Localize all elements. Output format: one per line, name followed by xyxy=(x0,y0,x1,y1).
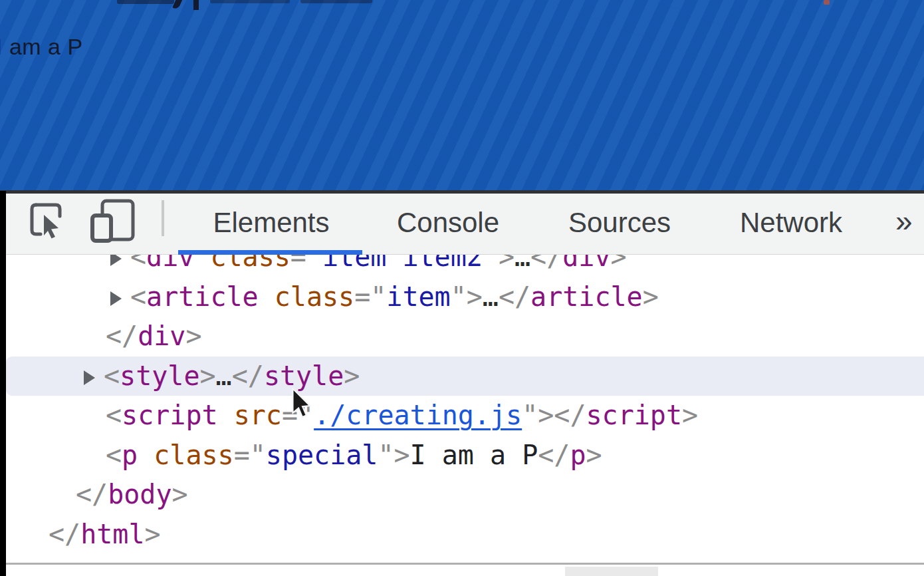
code-token: < xyxy=(130,255,146,272)
code-token: =" xyxy=(354,281,386,312)
code-token: =" xyxy=(290,255,322,272)
dom-tree-row[interactable]: <p class="special">I am a P</p> xyxy=(6,436,924,476)
disclosure-triangle-icon[interactable] xyxy=(110,291,122,306)
code-token: src xyxy=(218,400,282,430)
code-token: div xyxy=(138,321,185,351)
code-token: < xyxy=(104,360,120,391)
dom-tree-row[interactable]: </body> xyxy=(6,475,924,515)
code-token: </ xyxy=(232,360,264,391)
browser-page-view: I am a P xyxy=(0,0,924,191)
code-token: > xyxy=(586,440,602,470)
code-token: </ xyxy=(530,255,562,272)
toolbar-divider xyxy=(162,200,164,236)
code-token: article xyxy=(146,281,259,312)
scrollbar-thumb[interactable] xyxy=(565,567,658,576)
code-token: =" xyxy=(282,400,314,430)
tab-console[interactable]: Console xyxy=(397,207,499,239)
code-token: style xyxy=(120,360,199,391)
code-token: div xyxy=(146,255,194,272)
code-token: special xyxy=(266,440,378,470)
code-token: > xyxy=(344,360,360,391)
page-paragraph-text: I am a P xyxy=(0,33,83,60)
code-token: article xyxy=(530,281,643,312)
dom-tree-row[interactable]: </div> xyxy=(6,317,924,357)
code-token: … xyxy=(216,360,232,391)
code-token: > xyxy=(185,321,201,351)
clipped-text-fragment xyxy=(210,0,290,3)
tab-sources[interactable]: Sources xyxy=(568,207,671,239)
clipped-text-fragment xyxy=(117,0,174,4)
code-token: </ xyxy=(49,519,80,549)
code-token: p xyxy=(122,440,138,470)
code-token: item xyxy=(386,281,450,312)
clipped-text-fragment xyxy=(824,0,830,5)
devtools-bottom-bar xyxy=(6,563,924,576)
disclosure-triangle-icon[interactable] xyxy=(110,255,122,266)
letterbox-edge xyxy=(0,191,6,576)
dom-tree-row[interactable]: </html> xyxy=(6,515,924,555)
code-token: > xyxy=(145,519,161,549)
page-background-texture xyxy=(0,0,924,191)
code-token: item item2 xyxy=(322,255,483,272)
code-token: class xyxy=(138,440,234,470)
code-token: … xyxy=(483,281,499,312)
code-token: body xyxy=(108,479,172,509)
devtools-screenshot: I am a P ElementsConsoleSourcesNetwork »… xyxy=(0,0,924,576)
code-token: < xyxy=(106,400,122,430)
clipped-text-fragment xyxy=(300,0,372,3)
dom-tree-row[interactable]: <style>…</style> xyxy=(6,357,924,396)
more-tabs-chevron-icon[interactable]: » xyxy=(895,203,913,239)
code-token: </ xyxy=(106,321,138,351)
code-token: < xyxy=(106,440,122,470)
code-token: "> xyxy=(378,440,409,470)
dom-tree: <div class="item item2">…</div><article … xyxy=(6,255,924,554)
code-token: … xyxy=(515,255,530,272)
code-token: "> xyxy=(483,255,515,272)
code-token: > xyxy=(200,360,216,391)
tab-elements[interactable]: Elements xyxy=(213,207,329,239)
code-token: > xyxy=(643,281,659,312)
code-token: > xyxy=(682,400,698,430)
code-token: =" xyxy=(234,440,266,470)
code-token: script xyxy=(586,400,683,430)
disclosure-triangle-icon[interactable] xyxy=(84,370,95,385)
code-token: I am a P xyxy=(410,440,538,470)
code-token: "></ xyxy=(522,400,586,430)
code-token: </ xyxy=(499,281,530,312)
code-token: </ xyxy=(76,479,108,509)
code-token: < xyxy=(130,281,146,312)
code-token: "> xyxy=(451,281,483,312)
code-token: p xyxy=(570,440,586,470)
tab-network[interactable]: Network xyxy=(740,207,842,239)
dom-tree-row[interactable]: <div class="item item2">…</div> xyxy=(6,255,924,277)
code-token: > xyxy=(172,479,188,509)
code-token: class xyxy=(259,281,355,312)
dom-tree-row[interactable]: <article class="item">…</article> xyxy=(6,277,924,317)
devtools-toolbar: ElementsConsoleSourcesNetwork » xyxy=(0,194,924,255)
code-token: div xyxy=(562,255,610,272)
active-tab-indicator xyxy=(178,250,362,255)
code-token: > xyxy=(611,255,627,272)
code-token: html xyxy=(80,519,144,549)
dom-tree-row[interactable]: <script src="./creating.js"></script> xyxy=(6,396,924,436)
code-token: script xyxy=(122,400,218,430)
code-token: class xyxy=(194,255,290,272)
code-token: </ xyxy=(538,440,570,470)
code-token: style xyxy=(264,360,344,391)
elements-panel: <div class="item item2">…</div><article … xyxy=(6,255,924,563)
clipped-text-fragment xyxy=(193,0,199,10)
code-token: ./creating.js xyxy=(314,400,522,430)
inspect-element-icon[interactable] xyxy=(27,202,65,240)
device-toolbar-icon[interactable] xyxy=(89,199,138,243)
